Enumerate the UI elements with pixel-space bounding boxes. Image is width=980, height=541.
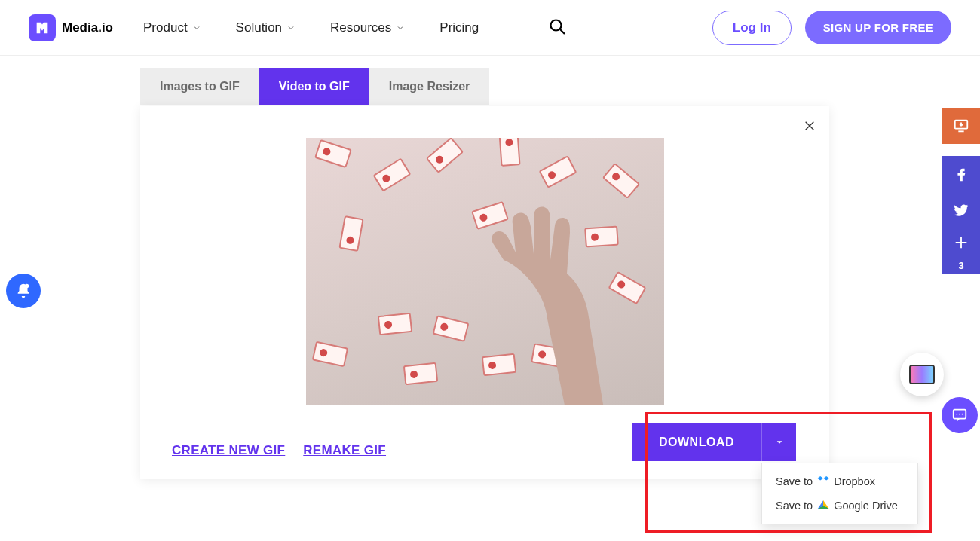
share-rail: 3: [942, 108, 980, 274]
svg-point-0: [551, 20, 562, 30]
assistant-fab[interactable]: [900, 353, 944, 396]
nav-item-pricing[interactable]: Pricing: [439, 20, 479, 35]
save-to-google-drive[interactable]: Save to Google Drive: [762, 494, 917, 518]
facebook-icon: [953, 166, 969, 182]
svg-point-6: [959, 414, 960, 415]
signup-button[interactable]: SIGN UP FOR FREE: [805, 11, 951, 44]
nav-item-solution[interactable]: Solution: [236, 20, 296, 35]
chevron-down-icon: [396, 23, 405, 32]
share-more[interactable]: [942, 228, 980, 257]
chevron-down-icon: [192, 23, 201, 32]
svg-line-1: [560, 29, 565, 34]
nav-label: Resources: [330, 20, 391, 35]
gif-preview: [306, 138, 664, 405]
nav-item-product[interactable]: Product: [143, 20, 201, 35]
auth-buttons: Log In SIGN UP FOR FREE: [712, 11, 951, 45]
chevron-down-icon: [286, 23, 296, 32]
tv-icon: [909, 365, 935, 384]
nav-item-resources[interactable]: Resources: [330, 20, 405, 35]
nav-label: Product: [143, 20, 188, 35]
brand-logo[interactable]: Media.io: [29, 14, 113, 41]
chat-icon: [951, 407, 968, 423]
tab-image-resizer[interactable]: Image Resizer: [369, 68, 490, 105]
download-button[interactable]: DOWNLOAD: [632, 423, 761, 461]
save-service-label: Dropbox: [834, 475, 875, 488]
share-count: 3: [942, 257, 980, 274]
close-icon: [804, 120, 816, 132]
search-button[interactable]: [548, 17, 566, 38]
save-prefix: Save to: [776, 475, 813, 488]
chat-fab[interactable]: [942, 397, 978, 433]
brand-name: Media.io: [62, 20, 113, 35]
primary-nav: Product Solution Resources Pricing: [143, 17, 566, 38]
login-button[interactable]: Log In: [712, 11, 792, 45]
plus-icon: [953, 234, 969, 251]
save-prefix: Save to: [776, 500, 813, 512]
brand-mark-icon: [29, 14, 56, 41]
remake-gif-link[interactable]: REMAKE GIF: [303, 443, 386, 458]
share-install[interactable]: [942, 108, 980, 144]
save-to-dropbox[interactable]: Save to Dropbox: [762, 469, 917, 494]
nav-label: Solution: [236, 20, 282, 35]
share-facebook[interactable]: [942, 156, 980, 192]
create-new-gif-link[interactable]: CREATE NEW GIF: [172, 443, 285, 458]
save-service-label: Google Drive: [834, 500, 898, 512]
close-button[interactable]: [804, 117, 816, 136]
download-options-toggle[interactable]: [761, 423, 796, 461]
twitter-icon: [953, 202, 969, 219]
top-nav-bar: Media.io Product Solution Resources Pric…: [0, 0, 980, 56]
save-destination-menu: Save to Dropbox Save to Google Drive: [761, 463, 918, 524]
svg-point-7: [962, 414, 963, 415]
download-button-group: DOWNLOAD: [632, 423, 796, 461]
svg-point-5: [956, 414, 957, 415]
tab-images-to-gif[interactable]: Images to GIF: [140, 68, 259, 105]
dropbox-icon: [817, 476, 829, 487]
monitor-download-icon: [953, 118, 969, 134]
caret-down-icon: [776, 439, 783, 446]
google-drive-icon: [817, 500, 829, 511]
bell-icon: [15, 283, 32, 299]
search-icon: [548, 17, 566, 35]
tab-video-to-gif[interactable]: Video to GIF: [259, 68, 369, 105]
nav-label: Pricing: [439, 20, 479, 35]
notifications-fab[interactable]: [6, 274, 41, 308]
hand-illustration: [457, 191, 615, 405]
share-twitter[interactable]: [942, 192, 980, 228]
result-panel: CREATE NEW GIF REMAKE GIF DOWNLOAD: [140, 106, 829, 479]
secondary-actions: CREATE NEW GIF REMAKE GIF: [172, 443, 386, 458]
svg-point-2: [25, 284, 29, 289]
tool-tabs: Images to GIF Video to GIF Image Resizer: [140, 68, 489, 105]
